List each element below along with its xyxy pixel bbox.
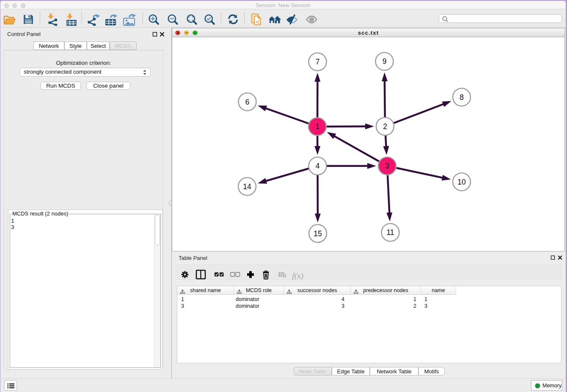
svg-text:2: 2 (383, 122, 387, 131)
svg-text:11: 11 (386, 228, 394, 237)
svg-text:6: 6 (245, 98, 250, 106)
svg-text:9: 9 (383, 57, 387, 66)
svg-text:1: 1 (315, 122, 319, 131)
svg-text:10: 10 (457, 178, 466, 186)
svg-text:7: 7 (316, 58, 320, 66)
svg-text:14: 14 (243, 182, 251, 191)
svg-text:f(x): f(x) (292, 271, 303, 281)
svg-text:15: 15 (314, 229, 322, 238)
svg-text:8: 8 (460, 93, 464, 102)
svg-text:3: 3 (385, 162, 389, 170)
svg-text:4: 4 (316, 162, 320, 170)
